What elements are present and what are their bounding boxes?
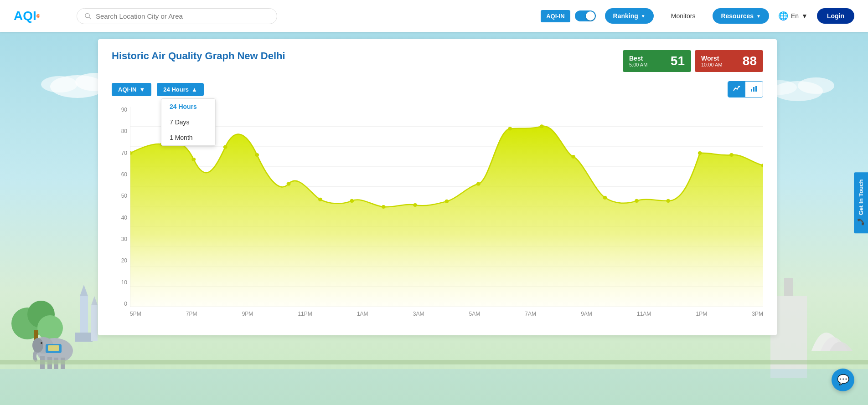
svg-rect-22 — [91, 305, 98, 341]
line-chart-icon — [733, 84, 741, 92]
svg-point-29 — [798, 77, 834, 94]
x-label-1pm: 1PM — [696, 311, 707, 317]
svg-rect-17 — [46, 344, 62, 353]
logo-superscript: ® — [36, 13, 40, 19]
chat-bubble-button[interactable]: 💬 — [832, 369, 854, 391]
svg-point-53 — [413, 203, 417, 207]
x-label-11am: 11AM — [637, 311, 651, 317]
search-input[interactable] — [96, 12, 269, 20]
svg-rect-27 — [0, 360, 868, 364]
svg-point-59 — [603, 196, 607, 200]
svg-point-5 — [11, 308, 43, 339]
y-label-70: 70 — [112, 150, 130, 156]
svg-marker-20 — [80, 285, 88, 296]
bar-chart-icon — [750, 84, 758, 92]
svg-line-1 — [89, 17, 91, 19]
svg-point-15 — [32, 338, 43, 353]
login-button[interactable]: Login — [817, 8, 854, 24]
svg-rect-11 — [40, 356, 45, 369]
main-card: Historic Air Quality Graph New Delhi Bes… — [98, 39, 777, 335]
worst-value: 88 — [743, 54, 757, 68]
svg-rect-25 — [784, 278, 793, 296]
bar-chart-button[interactable] — [745, 82, 763, 97]
svg-rect-14 — [61, 358, 65, 369]
svg-rect-32 — [751, 89, 752, 92]
svg-point-16 — [41, 342, 42, 344]
worst-time: 10:00 AM — [701, 62, 722, 67]
svg-point-58 — [571, 155, 575, 159]
x-label-7pm: 7PM — [186, 311, 197, 317]
svg-rect-26 — [0, 369, 868, 405]
svg-point-51 — [350, 199, 354, 203]
aqi-toggle-group: AQI-IN — [541, 10, 595, 22]
ranking-chevron-icon: ▼ — [641, 14, 646, 19]
x-label-9pm: 9PM — [242, 311, 253, 317]
best-stat: Best 5:00 AM 51 — [623, 50, 691, 72]
time-range-button[interactable]: 24 Hours ▲ — [157, 83, 204, 96]
resources-button[interactable]: Resources ▼ — [713, 8, 769, 24]
search-icon — [84, 12, 91, 20]
x-label-11pm: 11PM — [298, 311, 312, 317]
svg-point-47 — [223, 145, 227, 149]
svg-rect-8 — [34, 330, 38, 349]
svg-point-28 — [773, 81, 823, 101]
x-label-5pm: 5PM — [130, 311, 141, 317]
x-label-7am: 7AM — [525, 311, 536, 317]
x-label-9am: 9AM — [581, 311, 592, 317]
svg-rect-34 — [755, 86, 757, 92]
card-title: Historic Air Quality Graph New Delhi — [112, 50, 285, 62]
stats-row: Best 5:00 AM 51 Worst 10:00 AM 88 — [623, 50, 763, 72]
best-time: 5:00 AM — [629, 62, 647, 67]
svg-point-7 — [37, 315, 63, 341]
svg-point-55 — [476, 182, 480, 186]
logo-text: A — [14, 9, 23, 23]
ranking-button[interactable]: Ranking ▼ — [605, 8, 654, 24]
time-dropdown-menu: 24 Hours 7 Days 1 Month — [161, 98, 216, 146]
svg-rect-12 — [47, 357, 52, 369]
get-in-touch-button[interactable]: 📞 Get In Touch — [854, 172, 868, 233]
y-label-30: 30 — [112, 236, 130, 242]
svg-point-6 — [27, 301, 55, 328]
svg-point-48 — [255, 153, 259, 157]
svg-point-56 — [508, 127, 512, 130]
best-label: Best — [629, 55, 647, 62]
y-axis: 0 10 20 30 40 50 60 70 80 90 — [112, 107, 130, 307]
controls-row: AQI-IN ▼ 24 Hours ▲ 24 Hours 7 Days 1 Mo… — [112, 81, 763, 97]
language-button[interactable]: 🌐 En ▼ — [778, 11, 808, 21]
x-label-3pm: 3PM — [752, 311, 763, 317]
chart-svg — [130, 107, 763, 307]
y-label-40: 40 — [112, 215, 130, 221]
svg-point-54 — [445, 200, 449, 203]
logo: AQI® — [14, 9, 40, 23]
svg-rect-21 — [75, 333, 93, 342]
svg-rect-19 — [80, 296, 88, 342]
y-label-90: 90 — [112, 107, 130, 113]
aqi-selector-button[interactable]: AQI-IN ▼ — [112, 83, 151, 96]
svg-point-57 — [540, 124, 544, 128]
x-label-1am: 1AM — [357, 311, 368, 317]
worst-stat: Worst 10:00 AM 88 — [695, 50, 763, 72]
globe-icon: 🌐 — [778, 11, 788, 21]
chart-type-selector — [728, 81, 763, 97]
search-box — [77, 8, 277, 24]
dropdown-item-1m[interactable]: 1 Month — [161, 130, 215, 145]
svg-point-10 — [33, 337, 53, 354]
svg-point-63 — [729, 153, 734, 157]
svg-point-2 — [50, 75, 105, 98]
dropdown-item-7d[interactable]: 7 Days — [161, 114, 215, 130]
x-label-3am: 3AM — [413, 311, 424, 317]
line-chart-button[interactable] — [728, 82, 745, 97]
dropdown-item-24h[interactable]: 24 Hours — [161, 99, 215, 114]
chat-icon: 💬 — [837, 374, 849, 386]
svg-rect-33 — [753, 87, 754, 92]
svg-point-46 — [191, 158, 196, 161]
best-value: 51 — [671, 54, 685, 68]
y-label-0: 0 — [112, 301, 130, 307]
phone-icon: 📞 — [858, 219, 864, 226]
aqi-toggle-switch[interactable] — [575, 10, 596, 21]
search-container — [77, 8, 277, 24]
svg-point-9 — [36, 338, 73, 364]
x-axis: 5PM 7PM 9PM 11PM 1AM 3AM 5AM 7AM 9AM 11A… — [130, 307, 763, 321]
toggle-knob — [586, 11, 595, 21]
monitors-button[interactable]: Monitors — [663, 8, 704, 24]
